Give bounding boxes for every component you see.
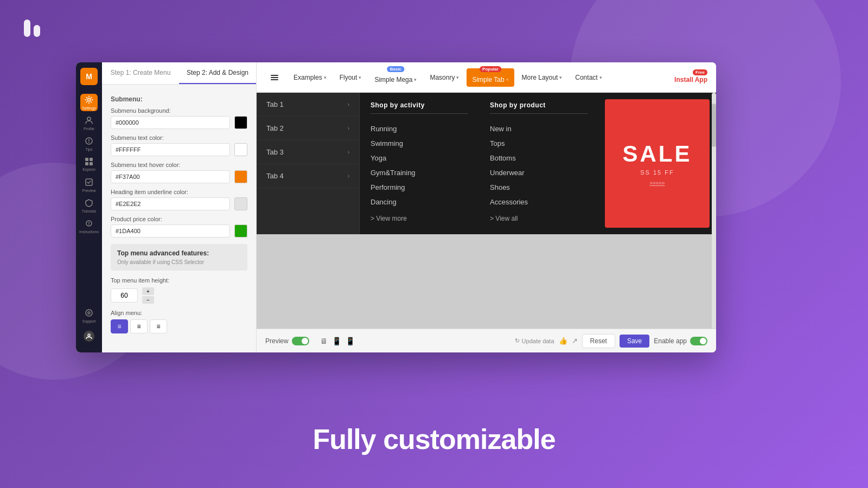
nav-hamburger[interactable] <box>265 72 286 84</box>
align-right-button[interactable]: ≡ <box>150 319 167 333</box>
underline-color-input[interactable] <box>111 197 230 210</box>
product-link-bottoms[interactable]: Bottoms <box>490 151 588 165</box>
scrollbar-track <box>712 93 716 329</box>
sale-main-text: SALE <box>622 141 692 167</box>
height-input[interactable] <box>111 288 138 303</box>
preview-toggle[interactable] <box>292 337 309 345</box>
sidebar-instructions-label: Instructions <box>79 230 99 234</box>
nav-item-simple-mega[interactable]: Basic Simple Mega ▾ <box>369 68 422 87</box>
activity-link-swimming[interactable]: Swimming <box>371 136 468 151</box>
activity-link-running[interactable]: Running <box>371 121 468 136</box>
height-increment-button[interactable]: + <box>142 287 154 295</box>
height-decrement-button[interactable]: − <box>142 296 154 304</box>
activity-link-dancing[interactable]: Dancing <box>371 195 468 209</box>
sidebar-item-user[interactable] <box>80 328 98 345</box>
submenu-section-label: Submenu: <box>111 95 247 103</box>
text-color-input[interactable] <box>111 143 230 156</box>
nav-item-examples[interactable]: Examples ▾ <box>288 70 332 85</box>
tab-3-chevron: › <box>348 149 349 155</box>
menu-tabs-column: Tab 1 › Tab 2 › Tab 3 › Tab 4 › <box>257 93 360 234</box>
bg-color-swatch[interactable] <box>234 116 247 129</box>
activity-view-more-link[interactable]: > View more <box>371 211 468 226</box>
install-app-button[interactable]: Free Install App <box>674 72 707 84</box>
basic-badge: Basic <box>387 66 404 72</box>
menu-tab-4[interactable]: Tab 4 › <box>257 164 359 188</box>
sidebar-item-profile[interactable]: Profile <box>80 114 98 132</box>
nav-item-flyout[interactable]: Flyout ▾ <box>334 70 367 85</box>
bg-color-input[interactable] <box>111 116 230 129</box>
enable-app-toggle[interactable] <box>690 337 707 345</box>
text-color-swatch[interactable] <box>234 143 247 156</box>
sidebar-item-tutorials[interactable]: Tutorials <box>80 197 98 214</box>
product-column: Shop by product New in Tops Bottoms Unde… <box>479 93 598 234</box>
activity-section-title: Shop by activity <box>371 101 468 114</box>
simple-tab-chevron: ▾ <box>506 77 509 82</box>
product-link-accessories[interactable]: Accessories <box>490 195 588 209</box>
sidebar-item-preview[interactable]: Preview <box>80 176 98 194</box>
thumb-up-icon[interactable]: 👍 <box>559 337 567 345</box>
sidebar-profile-label: Profile <box>84 127 94 131</box>
settings-tabs: Step 1: Create Menu Step 2: Add & Design <box>102 62 256 85</box>
reset-button[interactable]: Reset <box>582 334 615 348</box>
sale-image-column: SALE SS 15 FF »»»»» <box>598 93 716 234</box>
sidebar-item-explore[interactable]: Explore <box>80 156 98 173</box>
product-view-all-link[interactable]: > View all <box>490 211 588 226</box>
hover-color-input[interactable] <box>111 170 230 183</box>
menu-tab-2[interactable]: Tab 2 › <box>257 117 359 140</box>
price-color-label: Product price color: <box>111 216 247 222</box>
sidebar-item-instructions[interactable]: Instructions <box>80 217 98 235</box>
hover-color-swatch[interactable] <box>234 170 247 183</box>
desktop-icon[interactable]: 🖥 <box>320 337 328 345</box>
price-color-input[interactable] <box>111 224 230 237</box>
sidebar-item-settings[interactable]: Settings <box>80 94 98 111</box>
sidebar-brand-icon: M <box>80 68 98 85</box>
save-button[interactable]: Save <box>620 335 649 348</box>
product-link-shoes[interactable]: Shoes <box>490 180 588 195</box>
sidebar-item-tips[interactable]: Tips <box>80 135 98 152</box>
price-color-swatch[interactable] <box>234 224 247 237</box>
hamburger-line-3 <box>271 79 278 80</box>
underline-color-row <box>111 197 247 210</box>
sale-link-text[interactable]: »»»»» <box>650 180 665 186</box>
flyout-chevron: ▾ <box>359 75 361 80</box>
enable-app-section: Enable app <box>654 337 707 345</box>
nav-item-more-layout[interactable]: More Layout ▾ <box>516 70 568 85</box>
underline-color-swatch[interactable] <box>234 197 247 210</box>
menu-tab-1[interactable]: Tab 1 › <box>257 93 359 117</box>
refresh-icon: ↻ <box>515 337 520 344</box>
tab-2-chevron: › <box>348 125 349 131</box>
activity-link-performing[interactable]: Performing <box>371 180 468 195</box>
mobile-icon[interactable]: 📱 <box>346 337 355 345</box>
tab-create-menu[interactable]: Step 1: Create Menu <box>102 62 179 84</box>
menu-tab-3[interactable]: Tab 3 › <box>257 140 359 164</box>
activity-link-yoga[interactable]: Yoga <box>371 151 468 165</box>
bg-color-row <box>111 116 247 129</box>
hamburger-icon <box>271 75 278 80</box>
tab-1-label: Tab 1 <box>266 100 284 108</box>
sidebar-item-support[interactable]: Support <box>80 307 98 324</box>
tablet-icon[interactable]: 📱 <box>332 337 341 345</box>
text-color-row <box>111 143 247 156</box>
align-left-button[interactable]: ≡ <box>111 319 128 333</box>
preview-toggle-section: Preview <box>265 337 309 345</box>
nav-item-contact[interactable]: Contact ▾ <box>570 70 607 85</box>
tab-add-design[interactable]: Step 2: Add & Design <box>179 62 256 84</box>
bottom-toolbar: Preview 🖥 📱 📱 ↻ Update data 👍 ↗ Reset Sa… <box>257 329 716 352</box>
preview-area: Examples ▾ Flyout ▾ Basic Simple Mega ▾ … <box>257 62 716 352</box>
sidebar-tips-label: Tips <box>86 147 93 151</box>
grid-cell-3 <box>85 162 88 165</box>
align-center-button[interactable]: ≡ <box>130 319 148 333</box>
enable-app-toggle-knob <box>700 338 706 344</box>
activity-column: Shop by activity Running Swimming Yoga G… <box>360 93 479 234</box>
product-link-underwear[interactable]: Underwear <box>490 165 588 180</box>
product-link-tops[interactable]: Tops <box>490 136 588 151</box>
nav-item-masonry[interactable]: Masonry ▾ <box>424 70 464 85</box>
product-link-new-in[interactable]: New in <box>490 121 588 136</box>
nav-item-simple-tab[interactable]: Popular Simple Tab ▾ <box>467 68 514 87</box>
hover-color-label: Submenu text hover color: <box>111 162 247 168</box>
scrollbar-thumb[interactable] <box>712 104 716 147</box>
share-icon[interactable]: ↗ <box>572 337 578 345</box>
app-window: M Settings Profile Tips <box>76 62 716 352</box>
activity-link-gym[interactable]: Gym&Training <box>371 165 468 180</box>
sidebar-tutorials-label: Tutorials <box>82 209 97 213</box>
